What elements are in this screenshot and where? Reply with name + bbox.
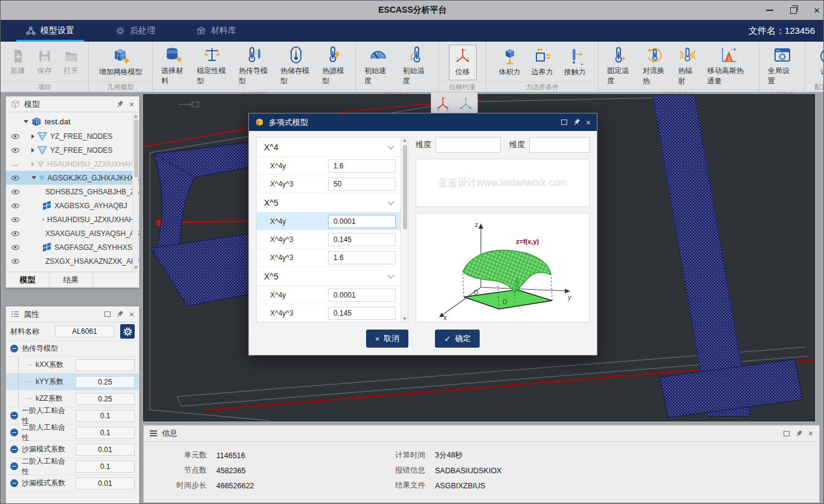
displacement-triad-icon[interactable]: xyz — [435, 96, 451, 112]
collapse-minus-icon[interactable] — [10, 345, 18, 352]
term-group-header[interactable]: X^5 — [257, 193, 401, 212]
scroll-up-icon[interactable] — [403, 139, 407, 142]
tree-item[interactable]: SDHSBJZS_GHSABJHB_ZAHU — [6, 268, 139, 272]
tree-item-hidden[interactable]: HSAUHDISU_JZXIUXHAHX — [6, 157, 139, 171]
maximize-icon[interactable] — [105, 311, 111, 317]
compute-button[interactable]: 计算 — [814, 45, 824, 80]
term-value-input[interactable] — [328, 177, 396, 191]
initial-velocity-button[interactable]: 初始速度 — [359, 43, 397, 89]
convection-button[interactable]: 对流换热 — [638, 43, 672, 89]
eye-icon[interactable] — [11, 259, 19, 264]
pin-icon[interactable] — [795, 430, 803, 438]
tab-postprocess[interactable]: 后处理 — [100, 20, 171, 42]
tree-item[interactable]: YZ_FREE_NODES — [6, 129, 139, 143]
tab-model[interactable]: 模型 — [6, 272, 50, 287]
new-file-button[interactable]: 新建 — [5, 46, 31, 79]
property-row-kxx[interactable]: kXX系数 — [6, 357, 139, 374]
global-settings-button[interactable]: 全局设置 — [763, 43, 801, 89]
tree-item[interactable]: HSAUHDISU_JZXIUXHAHX — [6, 212, 139, 226]
term-row[interactable]: X^4y^3 — [257, 304, 401, 322]
close-icon[interactable]: × — [129, 100, 134, 109]
eye-icon[interactable] — [11, 231, 19, 236]
select-material-button[interactable]: 选择材料 — [156, 43, 191, 89]
collapse-arrow-icon[interactable] — [24, 120, 28, 123]
kyy-input[interactable] — [76, 376, 135, 388]
term-list-scrollbar[interactable] — [401, 138, 408, 322]
kxx-input[interactable] — [76, 359, 135, 371]
thermal-conduction-model-button[interactable]: 热传导模型 — [234, 43, 274, 89]
kzz-input[interactable] — [76, 393, 135, 405]
tab-results[interactable]: 结果 — [50, 272, 93, 287]
chevron-down-icon[interactable] — [387, 198, 394, 205]
collapse-arrow-icon[interactable] — [31, 176, 36, 179]
tree-item[interactable]: XSAXGAUS_AISYAQSH_ASHX — [6, 226, 139, 240]
dialog-titlebar[interactable]: 多项式模型 × — [249, 113, 597, 131]
pin-icon[interactable] — [116, 310, 124, 318]
term-group-header[interactable]: X^4 — [257, 138, 401, 157]
expand-arrow-icon[interactable] — [31, 162, 34, 167]
stability-model-button[interactable]: 稳定性模型 — [192, 43, 233, 89]
pin-icon[interactable] — [573, 118, 581, 126]
collapse-minus-icon[interactable] — [10, 445, 18, 453]
property-input[interactable] — [76, 444, 135, 456]
term-row[interactable]: X^4y — [257, 157, 401, 175]
maximize-icon[interactable] — [561, 120, 567, 125]
thermal-storage-model-button[interactable]: 热储存模型 — [275, 43, 316, 89]
property-row[interactable]: 二阶人工粘合性 — [6, 458, 139, 475]
minimize-icon[interactable] — [766, 10, 773, 11]
pin-icon[interactable] — [116, 100, 124, 108]
term-value-input[interactable] — [328, 159, 396, 173]
save-button[interactable]: 保存 — [32, 46, 57, 79]
open-button[interactable]: 打开 — [59, 46, 84, 79]
contact-force-button[interactable]: 接触力 — [559, 45, 591, 80]
expand-arrow-icon[interactable] — [31, 148, 34, 153]
close-icon[interactable]: × — [814, 5, 820, 16]
term-value-input[interactable] — [328, 233, 396, 246]
tree-item[interactable]: SAGFASGZ_ASYHHXSN — [6, 240, 139, 254]
tree-item-selected[interactable]: AGSGKJKG_GJHXAJKHXA — [6, 171, 139, 185]
fixed-temperature-button[interactable]: 固定温度 — [602, 43, 637, 89]
dimension-input-2[interactable] — [529, 137, 590, 153]
eye-icon[interactable] — [11, 217, 19, 222]
expand-arrow-icon[interactable] — [31, 134, 34, 139]
chevron-down-icon[interactable] — [387, 272, 394, 278]
heat-source-model-button[interactable]: 热源模型 — [317, 43, 352, 89]
tab-model-setup[interactable]: 模型设置 — [10, 20, 90, 42]
collapse-minus-icon[interactable] — [10, 462, 18, 470]
term-row[interactable]: X^4y — [257, 286, 401, 304]
eye-icon[interactable] — [11, 134, 19, 139]
tree-item[interactable]: ZSXGX_HSAKAZNZXK_AHASX — [6, 254, 139, 268]
eye-icon[interactable] — [11, 203, 19, 208]
restore-icon[interactable] — [790, 7, 797, 14]
material-settings-button[interactable] — [120, 324, 135, 339]
moving-gauss-heat-flux-button[interactable]: 移动高斯热通量 — [703, 43, 755, 89]
eye-icon[interactable] — [11, 245, 19, 250]
term-value-input[interactable] — [328, 251, 396, 264]
close-icon[interactable]: × — [129, 310, 134, 319]
tree-item[interactable]: SDHSBJZS_GHSABJHB_ZAHU — [6, 185, 139, 199]
displacement-button[interactable]: zxy 位移 — [449, 45, 477, 80]
property-row[interactable]: 二阶人工粘合性 — [6, 424, 139, 441]
eye-icon[interactable] — [11, 148, 19, 153]
initial-temperature-button[interactable]: 初始温度 — [398, 43, 436, 89]
dimension-input-1[interactable] — [436, 137, 501, 153]
tree-scrollbar[interactable] — [132, 113, 138, 270]
eye-closed-icon[interactable] — [11, 162, 19, 166]
scroll-down-icon[interactable] — [403, 317, 407, 321]
close-icon[interactable]: × — [586, 118, 591, 127]
material-name-input[interactable] — [55, 325, 114, 337]
add-mesh-model-button[interactable]: 增加网格模型 — [94, 45, 147, 80]
tree-root[interactable]: test.dat — [6, 113, 139, 129]
property-row[interactable]: 沙漏模式系数 — [6, 475, 139, 492]
property-row-kyy[interactable]: kYY系数 — [6, 374, 139, 391]
term-row[interactable]: X^4y^3 — [257, 249, 401, 267]
tree-item[interactable]: YZ_FREE_NODES — [6, 143, 139, 157]
eye-icon[interactable] — [11, 190, 19, 194]
tab-material-library[interactable]: 材料库 — [181, 20, 252, 42]
cancel-button[interactable]: × 取消 — [366, 330, 409, 348]
scroll-up-icon[interactable] — [134, 115, 138, 118]
property-input[interactable] — [76, 410, 135, 422]
term-list-scrollbar-thumb[interactable] — [403, 145, 407, 229]
property-input[interactable] — [76, 427, 135, 439]
property-input[interactable] — [76, 461, 135, 473]
